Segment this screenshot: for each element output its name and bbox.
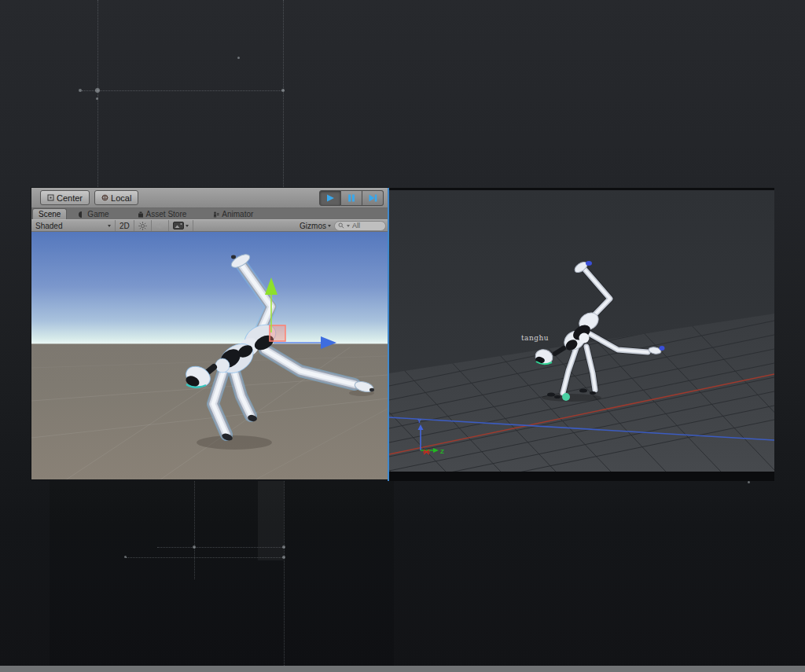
- pause-icon: [346, 193, 357, 203]
- humanoid-robot[interactable]: [182, 252, 374, 442]
- play-button[interactable]: [319, 190, 341, 206]
- step-icon: [367, 193, 378, 203]
- decor-dotted-line: [194, 481, 195, 579]
- scene-search-input[interactable]: All: [334, 221, 386, 231]
- decor-dot: [748, 481, 750, 483]
- decor-dot: [96, 97, 98, 100]
- agent-name-label: tanghu: [521, 334, 549, 342]
- pivot-center-label: Center: [57, 193, 83, 203]
- decor-dotted-line: [126, 557, 285, 558]
- decor-strip: [258, 481, 284, 560]
- draw-mode-label: Shaded: [35, 222, 62, 230]
- decor-dot: [281, 89, 285, 92]
- chevron-down-icon: [347, 225, 350, 227]
- sun-icon: [138, 222, 147, 230]
- transform-gizmo: [265, 277, 336, 349]
- draw-mode-dropdown[interactable]: Shaded: [31, 220, 116, 231]
- handle-local-button[interactable]: Local: [94, 190, 138, 205]
- image-icon: [173, 222, 184, 230]
- foot-tip-blue: [586, 261, 592, 266]
- view-tab-bar: Scene Game Asset Store Animator: [31, 208, 388, 219]
- tab-animator-label: Animator: [222, 210, 253, 218]
- scene-effects-dropdown[interactable]: [169, 220, 193, 231]
- tab-asset-store-label: Asset Store: [146, 210, 187, 218]
- tab-scene-label: Scene: [39, 210, 61, 218]
- simulation-viewer-panel[interactable]: Y Z: [388, 188, 774, 481]
- decor-dot: [282, 556, 285, 559]
- decor-dot: [79, 89, 82, 92]
- playback-controls: [319, 190, 384, 206]
- decor-dotted-line: [97, 0, 98, 187]
- decor-dotted-line: [283, 0, 284, 187]
- scene-lighting-button[interactable]: [134, 220, 152, 231]
- letterbox-top: [389, 188, 774, 190]
- decor-dot: [193, 545, 196, 549]
- gizmos-label: Gizmos: [300, 222, 326, 230]
- decor-dot: [237, 57, 240, 59]
- foot-tip: [369, 388, 374, 391]
- chevron-down-icon: [328, 225, 331, 227]
- decor-dot: [95, 88, 100, 93]
- taskbar: [0, 666, 805, 672]
- tab-game-label: Game: [87, 210, 108, 218]
- decor-dot: [282, 545, 285, 549]
- globe-icon: [101, 194, 108, 201]
- play-icon: [325, 193, 336, 203]
- axis-z-label: Z: [440, 448, 444, 455]
- unity-main-toolbar: Center Local: [31, 188, 388, 208]
- speaker-muted-icon: [156, 222, 164, 230]
- animator-icon: [213, 211, 219, 218]
- search-icon: [338, 222, 344, 229]
- viewer-render: Y Z: [389, 188, 774, 481]
- tab-game[interactable]: Game: [73, 209, 114, 219]
- robot-head: [182, 362, 214, 390]
- scene-search-value: All: [352, 222, 360, 230]
- unity-editor-window: Center Local: [31, 188, 388, 479]
- character-shadow: [197, 435, 272, 450]
- scene-view-toolbar: Shaded 2D Gizmos: [31, 219, 388, 232]
- decor-dotted-line: [157, 547, 285, 548]
- asset-store-icon: [138, 211, 144, 218]
- gizmos-dropdown[interactable]: Gizmos: [300, 222, 331, 230]
- handle-local-label: Local: [111, 193, 131, 203]
- toggle-2d-button[interactable]: 2D: [116, 220, 134, 231]
- pivot-center-button[interactable]: Center: [40, 190, 90, 205]
- chevron-down-icon: [186, 225, 189, 227]
- contact-marker-teal: [562, 393, 570, 401]
- scene-audio-button[interactable]: [152, 220, 169, 231]
- decor-shade-rect: [50, 481, 394, 672]
- pause-button[interactable]: [341, 190, 362, 206]
- step-button[interactable]: [362, 190, 384, 206]
- plane-handle[interactable]: [270, 325, 285, 341]
- decor-dotted-line: [82, 90, 285, 91]
- hand-tip-blue: [660, 346, 665, 351]
- decor-dot: [124, 556, 127, 558]
- scene-viewport[interactable]: [31, 232, 388, 479]
- axis-y-label: Y: [417, 417, 422, 424]
- tab-asset-store[interactable]: Asset Store: [132, 209, 193, 219]
- pivot-icon: [47, 194, 54, 201]
- game-view-icon: [79, 211, 85, 218]
- toggle-2d-label: 2D: [119, 222, 130, 230]
- decor-dotted-line: [284, 481, 285, 672]
- foot-tip: [231, 255, 236, 259]
- scene-render: [31, 232, 388, 479]
- chevron-down-icon: [108, 225, 111, 227]
- tab-scene[interactable]: Scene: [32, 208, 67, 219]
- tab-animator[interactable]: Animator: [208, 209, 259, 219]
- letterbox-bottom: [389, 472, 774, 481]
